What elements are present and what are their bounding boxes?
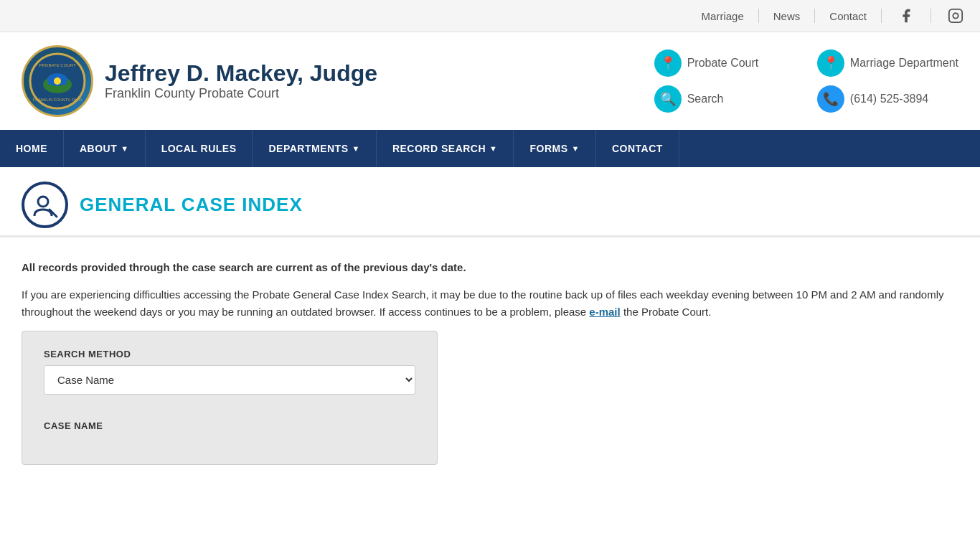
- bold-notice: All records provided through the case se…: [22, 259, 958, 276]
- email-link[interactable]: e-mail: [589, 306, 620, 318]
- court-logo: PROBATE COURT FRANKLIN COUNTY, OHIO: [22, 45, 93, 117]
- svg-text:PROBATE COURT: PROBATE COURT: [39, 63, 75, 67]
- header-title: Jeffrey D. Mackey, Judge Franklin County…: [105, 61, 377, 101]
- svg-rect-0: [949, 9, 962, 22]
- departments-arrow: ▼: [352, 144, 360, 153]
- header-links: 📍 Probate Court 📍 Marriage Department 🔍 …: [654, 50, 958, 113]
- svg-point-6: [54, 77, 61, 85]
- contact-link[interactable]: Contact: [829, 10, 867, 22]
- phone-icon: 📞: [817, 85, 844, 113]
- phone-number: (614) 525-3894: [850, 93, 928, 105]
- divider4: [930, 9, 931, 23]
- marriage-dept-label: Marriage Department: [850, 57, 958, 70]
- nav-contact[interactable]: CONTACT: [596, 130, 679, 167]
- nav-local-rules[interactable]: LOCAL RULES: [146, 130, 253, 167]
- nav-home[interactable]: HOME: [0, 130, 64, 167]
- instagram-icon[interactable]: [946, 6, 966, 26]
- header-brand: PROBATE COURT FRANKLIN COUNTY, OHIO Jeff…: [22, 45, 377, 117]
- probate-court-label: Probate Court: [687, 57, 759, 70]
- search-link[interactable]: 🔍 Search: [654, 85, 796, 113]
- search-label: Search: [687, 93, 724, 105]
- top-bar: Marriage News Contact: [0, 0, 980, 32]
- svg-point-8: [38, 197, 48, 207]
- search-method-label: SEARCH METHOD: [44, 349, 415, 359]
- location-icon-marriage: 📍: [817, 50, 844, 77]
- main-nav: HOME ABOUT ▼ LOCAL RULES DEPARTMENTS ▼ R…: [0, 130, 980, 167]
- search-icon: 🔍: [654, 85, 682, 113]
- search-method-group: SEARCH METHOD Case Name Case Number Date…: [44, 349, 415, 409]
- nav-forms[interactable]: FORMS ▼: [514, 130, 595, 167]
- judge-name: Jeffrey D. Mackey, Judge: [105, 61, 377, 86]
- marriage-dept-link[interactable]: 📍 Marriage Department: [817, 50, 958, 77]
- header: PROBATE COURT FRANKLIN COUNTY, OHIO Jeff…: [0, 32, 980, 130]
- divider3: [881, 9, 882, 23]
- forms-arrow: ▼: [572, 144, 580, 153]
- main-content: All records provided through the case se…: [0, 237, 980, 486]
- case-name-group: CASE NAME: [44, 420, 415, 431]
- about-arrow: ▼: [121, 144, 128, 153]
- nav-departments[interactable]: DEPARTMENTS ▼: [253, 130, 376, 167]
- record-search-arrow: ▼: [489, 144, 497, 153]
- marriage-link[interactable]: Marriage: [702, 10, 744, 22]
- divider2: [814, 9, 815, 23]
- svg-text:FRANKLIN COUNTY, OHIO: FRANKLIN COUNTY, OHIO: [33, 98, 83, 102]
- divider1: [758, 9, 759, 23]
- body-paragraph: If you are experiencing difficulties acc…: [22, 286, 958, 321]
- search-method-select[interactable]: Case Name Case Number Date Filed Attorne…: [44, 365, 415, 395]
- page-title-bar: GENERAL CASE INDEX: [0, 167, 980, 237]
- location-icon-probate: 📍: [654, 50, 682, 77]
- case-name-label: CASE NAME: [44, 420, 415, 431]
- facebook-icon[interactable]: [896, 6, 916, 26]
- page-title: GENERAL CASE INDEX: [80, 194, 303, 216]
- search-form: SEARCH METHOD Case Name Case Number Date…: [22, 331, 438, 465]
- news-link[interactable]: News: [773, 10, 801, 22]
- nav-about[interactable]: ABOUT ▼: [64, 130, 146, 167]
- search-person-icon: [22, 182, 68, 228]
- court-name: Franklin County Probate Court: [105, 86, 377, 101]
- phone-link[interactable]: 📞 (614) 525-3894: [817, 85, 958, 113]
- probate-court-link[interactable]: 📍 Probate Court: [654, 50, 796, 77]
- nav-record-search[interactable]: RECORD SEARCH ▼: [377, 130, 514, 167]
